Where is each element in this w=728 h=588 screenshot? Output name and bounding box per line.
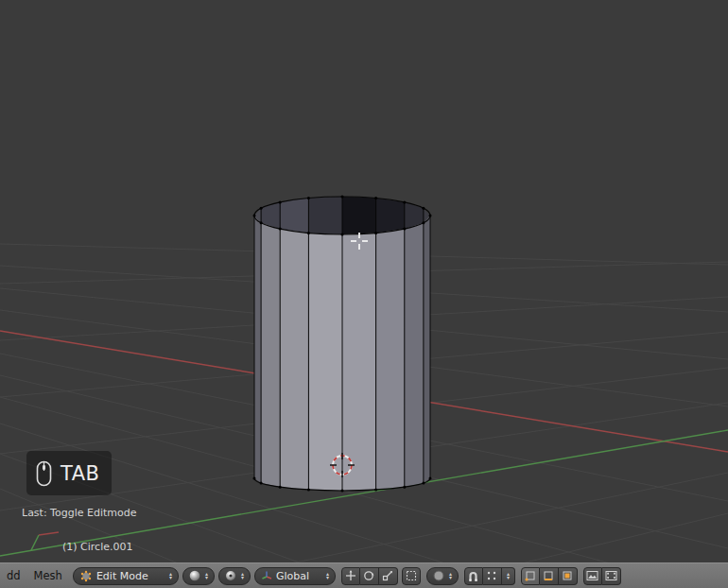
pivot-icon xyxy=(225,570,236,581)
axis-triad-icon xyxy=(261,570,272,581)
screencast-key-label: TAB xyxy=(61,462,99,485)
proportional-edit-dropdown[interactable]: ▴▾ xyxy=(426,567,459,585)
mode-dropdown[interactable]: Edit Mode ▴▾ xyxy=(73,567,179,585)
snap-toggle-button[interactable] xyxy=(464,567,483,585)
menu-mesh[interactable]: Mesh xyxy=(29,569,67,582)
scale-icon xyxy=(382,570,393,581)
viewport-shading-dropdown[interactable]: ▴▾ xyxy=(182,567,215,585)
editmode-cube-icon xyxy=(79,569,93,582)
chevron-updown-icon: ▴▾ xyxy=(169,572,172,580)
pivot-point-dropdown[interactable]: ▴▾ xyxy=(218,567,251,585)
chevron-updown-icon: ▴▾ xyxy=(205,572,208,580)
opengl-render-anim-button[interactable] xyxy=(602,567,621,585)
face-select-button[interactable] xyxy=(559,567,578,585)
translate-icon xyxy=(345,570,356,581)
chevron-updown-icon: ▴▾ xyxy=(326,572,329,580)
occlude-geometry-button[interactable] xyxy=(402,567,421,585)
orientation-dropdown[interactable]: Global ▴▾ xyxy=(254,567,336,585)
chevron-updown-icon: ▴▾ xyxy=(241,572,244,580)
screencast-key-overlay: TAB xyxy=(26,451,112,495)
snap-element-dropdown[interactable]: ▴▾ xyxy=(502,567,515,585)
rotate-manipulator-button[interactable] xyxy=(360,567,379,585)
magnet-icon xyxy=(467,570,479,582)
cylinder-mesh xyxy=(253,196,432,493)
snap-buttons: ▴▾ xyxy=(464,567,515,585)
render-anim-icon xyxy=(605,570,617,581)
shading-sphere-icon xyxy=(189,570,200,581)
rotate-icon xyxy=(363,570,374,581)
dotted-square-icon xyxy=(406,570,417,581)
menu-add-partial[interactable]: dd xyxy=(2,569,26,582)
vertex-select-button[interactable] xyxy=(521,567,540,585)
blender-window: TAB Last: Toggle Editmode (1) Circle.001… xyxy=(0,0,728,588)
snap-element-button[interactable] xyxy=(483,567,502,585)
orientation-dropdown-label: Global xyxy=(276,570,321,582)
opengl-render-image-button[interactable] xyxy=(583,567,602,585)
face-select-icon xyxy=(562,570,573,581)
chevron-updown-icon: ▴▾ xyxy=(507,572,510,580)
opengl-render-buttons xyxy=(583,567,621,585)
increment-grid-icon xyxy=(486,570,497,581)
chevron-updown-icon: ▴▾ xyxy=(449,572,452,580)
translate-manipulator-button[interactable] xyxy=(341,567,360,585)
last-operator-text: Last: Toggle Editmode xyxy=(22,507,136,519)
select-mode-buttons xyxy=(521,567,578,585)
active-object-info: (1) Circle.001 xyxy=(62,541,132,553)
edge-select-icon xyxy=(543,570,554,581)
vertex-select-icon xyxy=(525,570,536,581)
mouse-icon xyxy=(36,460,52,487)
proportional-circle-icon xyxy=(433,570,444,581)
render-image-icon xyxy=(586,570,598,581)
scale-manipulator-button[interactable] xyxy=(379,567,398,585)
mode-dropdown-label: Edit Mode xyxy=(96,570,165,582)
viewport-header: dd Mesh Edit Mode ▴▾ ▴▾ xyxy=(0,562,728,588)
edge-select-button[interactable] xyxy=(540,567,559,585)
manipulator-buttons xyxy=(341,567,398,585)
